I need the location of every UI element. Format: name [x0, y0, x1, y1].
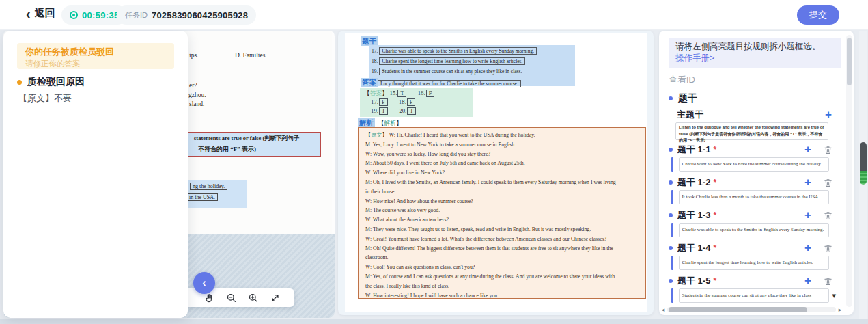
- bullet-dot-icon: [17, 80, 22, 85]
- add-stem-icon[interactable]: +: [804, 243, 811, 254]
- scroll-left-arrow-icon[interactable]: ◂: [660, 306, 666, 313]
- doc-text-fragment: ips.: [189, 52, 198, 59]
- answer-letter-box[interactable]: T: [379, 107, 388, 115]
- collapse-panel-button[interactable]: ‹: [193, 272, 215, 294]
- stem-highlight-line1: statements are true or false (判断下列句子: [194, 135, 320, 143]
- scroll-down-caret-icon[interactable]: ▾: [832, 291, 836, 300]
- doc-text-fragment: gzhou.: [188, 92, 206, 98]
- delete-stem-icon[interactable]: [823, 211, 833, 221]
- bullet-dot-icon: [669, 180, 673, 185]
- pan-hand-icon[interactable]: [204, 293, 215, 303]
- task-id-value: 7025839060425905928: [152, 10, 248, 21]
- stem-item-label: 题干 1-1: [677, 144, 710, 156]
- view-id-label[interactable]: 查看ID: [669, 74, 841, 86]
- stem-highlight-line2: 不符合的用 “F” 表示): [198, 145, 320, 154]
- question-box[interactable]: Charlie was able to speak to the Smiths …: [379, 47, 537, 55]
- answer-bracket-label: 答案: [370, 90, 382, 96]
- delete-stem-icon[interactable]: [823, 178, 833, 188]
- question-box[interactable]: Students in the summer course can sit at…: [379, 68, 524, 75]
- dialogue-line: classroom.: [365, 253, 640, 262]
- answer-letter-box[interactable]: T: [407, 107, 416, 115]
- add-stem-icon[interactable]: +: [804, 275, 811, 286]
- stem-text-input[interactable]: Students in the summer course can sit at…: [679, 288, 829, 303]
- answer-letter-box[interactable]: F: [379, 98, 388, 106]
- dialogue-line: M: Oh, I lived with the Smiths, an Ameri…: [365, 178, 640, 187]
- main-stem-label: 主题干: [677, 109, 703, 121]
- selected-stem-highlight[interactable]: statements are true or false (判断下列句子 不符合…: [176, 132, 321, 157]
- add-stem-icon[interactable]: +: [804, 177, 811, 188]
- stem-text-input[interactable]: It took Charlie less than a month to tak…: [679, 190, 829, 204]
- split-panel-content: 请将左侧高亮题目按规则拆小题框选。 操作手册> 查看ID 题干 主题干 + Li…: [659, 31, 844, 304]
- scrollbar-thumb[interactable]: [669, 307, 807, 312]
- scroll-right-arrow-icon[interactable]: ▸: [837, 306, 843, 313]
- answer-row: 【答案】 15.T 16.F: [364, 89, 469, 98]
- answer-letter-box[interactable]: F: [407, 98, 416, 106]
- dialogue-line: in their house.: [365, 187, 640, 197]
- required-asterisk: *: [713, 145, 716, 154]
- question-box[interactable]: Lucy thought that it was fun for Charlie…: [378, 80, 521, 87]
- dialogue-line: W: What about the American teachers?: [365, 215, 640, 225]
- dialogue-line: W: Great! You must have learned a lot. W…: [365, 234, 640, 244]
- question-row-19: 19.Students in the summer course can sit…: [372, 68, 524, 75]
- stem-highlight-block[interactable]: 17.Charlie was able to speak to the Smit…: [369, 45, 575, 86]
- answer-number: 16.: [418, 90, 425, 96]
- dialogue-line: M: Yes, of course and I can ask question…: [365, 272, 640, 282]
- zoom-in-icon[interactable]: [248, 293, 259, 303]
- answer-number: 15.: [389, 90, 397, 96]
- add-stem-icon[interactable]: +: [804, 144, 811, 155]
- bracket: 【: [378, 120, 384, 126]
- delete-stem-icon[interactable]: [823, 145, 833, 155]
- stem-item-label: 题干 1-5: [677, 275, 710, 287]
- scrollbar-track[interactable]: [667, 307, 836, 312]
- stem-text-input[interactable]: Charlie was able to speak to the Smiths …: [679, 223, 829, 237]
- panel-vertical-scrollbar[interactable]: [846, 35, 852, 307]
- item-accent-bar: [671, 157, 673, 172]
- bullet-dot-icon: [669, 246, 673, 250]
- bullet-dot-icon: [669, 96, 673, 100]
- question-box-15[interactable]: ng the holiday.: [190, 183, 227, 190]
- page-scrollbar[interactable]: [859, 31, 867, 319]
- bracket: 【: [364, 90, 370, 96]
- item-accent-bar: [671, 190, 673, 204]
- answer-letter-box[interactable]: T: [397, 90, 406, 97]
- stem-section-chip: 题干: [361, 36, 378, 46]
- dialogue-line: W: How nice! And how about the summer co…: [365, 197, 640, 206]
- answer-key-block: 【答案】 15.T 16.F 17.F 18.F 19.T 20.T: [360, 88, 473, 117]
- stem-item-label: 题干 1-3: [677, 209, 710, 221]
- middle-document-panel: 题干 17.Charlie was able to speak to the S…: [338, 31, 654, 315]
- delete-stem-icon[interactable]: [823, 243, 833, 254]
- scrollbar-thumb-dark: [860, 142, 867, 171]
- stem-item-label: 题干 1-4: [677, 242, 710, 254]
- fullscreen-icon[interactable]: [270, 293, 281, 303]
- add-main-stem-icon[interactable]: +: [825, 109, 832, 120]
- panel-horizontal-scrollbar[interactable]: ◂ ▸: [660, 306, 843, 313]
- zoom-out-icon[interactable]: [226, 293, 237, 303]
- required-asterisk: *: [713, 178, 716, 187]
- task-id-badge: 任务ID 7025839060425905928: [117, 5, 256, 25]
- stem-text-input[interactable]: Charlie spent the longest time learning …: [679, 256, 829, 270]
- question-box-16[interactable]: in the USA.: [186, 193, 218, 201]
- answer-letter-box[interactable]: F: [426, 90, 435, 97]
- back-button[interactable]: ‹ 返回: [26, 7, 55, 20]
- question-number: 17.: [372, 48, 378, 54]
- item-accent-bar: [671, 256, 673, 270]
- dialogue-line: M: About 50 days. I went there on July 5…: [365, 159, 640, 168]
- main-stem-input[interactable]: Listen to the dialogue and tell whether …: [675, 122, 828, 140]
- add-stem-icon[interactable]: +: [804, 210, 811, 221]
- submit-button[interactable]: 提交: [797, 5, 839, 25]
- rejection-subtitle: 请修正你的答案: [25, 59, 166, 69]
- scrollbar-thumb[interactable]: [847, 38, 852, 85]
- doc-text-fragment: D. Families.: [235, 52, 267, 59]
- item-accent-bar: [671, 223, 673, 237]
- stem-text-input[interactable]: Charlie went to New York to have the sum…: [679, 157, 829, 172]
- question-box[interactable]: Charlie spent the longest time learning …: [379, 57, 525, 65]
- task-id-label: 任务ID: [125, 10, 148, 21]
- scrollbar-thumb[interactable]: [860, 142, 867, 185]
- transcript-box: 【原文】 W: Hi, Charlie! I heard that you we…: [358, 127, 646, 299]
- back-label: 返回: [35, 7, 55, 20]
- manual-link[interactable]: 操作手册>: [675, 53, 835, 64]
- delete-stem-icon[interactable]: [823, 276, 833, 286]
- answer-number: 18.: [399, 98, 406, 105]
- answer-number: 20.: [399, 107, 406, 114]
- dialogue-line: W: Cool! You can ask questions in class,…: [365, 262, 640, 272]
